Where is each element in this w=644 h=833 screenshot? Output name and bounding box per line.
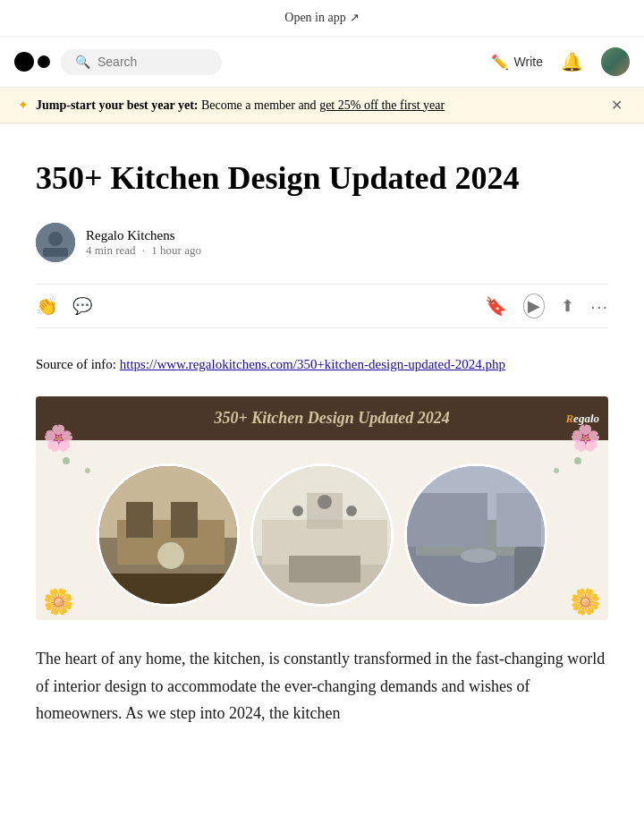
collage-header-title: 350+ Kitchen Design Updated 2024 xyxy=(98,409,565,428)
medium-logo[interactable] xyxy=(14,52,50,72)
author-info: Regalo Kitchens 4 min read · 1 hour ago xyxy=(86,228,205,258)
listen-button[interactable]: ▶ xyxy=(523,293,545,319)
author-avatar[interactable] xyxy=(36,223,75,262)
svg-point-8 xyxy=(157,542,184,569)
collage-header: 350+ Kitchen Design Updated 2024 Regalo xyxy=(36,396,608,440)
flower-icon-top-left: 🌸 xyxy=(43,423,74,453)
notification-button[interactable]: 🔔 xyxy=(561,51,583,72)
source-link[interactable]: https://www.regalokitchens.com/350+kitch… xyxy=(120,357,505,371)
author-meta: 4 min read · 1 hour ago xyxy=(86,243,205,258)
author-row: Regalo Kitchens 4 min read · 1 hour ago xyxy=(36,223,608,262)
close-icon: ✕ xyxy=(611,98,623,113)
share-icon: ⬆ xyxy=(561,296,574,316)
banner-regular-text: Become a member and xyxy=(201,98,317,112)
avatar[interactable] xyxy=(601,47,630,76)
article-image: 350+ Kitchen Design Updated 2024 Regalo xyxy=(36,396,608,620)
svg-rect-21 xyxy=(496,493,541,547)
kitchen-collage: 350+ Kitchen Design Updated 2024 Regalo xyxy=(36,396,608,620)
collage-circles xyxy=(36,450,608,620)
bookmark-icon: 🔖 xyxy=(485,295,507,317)
svg-rect-6 xyxy=(126,502,153,538)
meta-separator: · xyxy=(142,243,145,257)
source-prefix: Source of info: xyxy=(36,357,116,371)
flower-icon-top-right: 🌸 xyxy=(570,423,601,453)
comment-button[interactable]: 💬 xyxy=(72,296,92,316)
svg-rect-23 xyxy=(514,547,541,591)
open-in-app-link[interactable]: Open in app ↗ xyxy=(284,11,359,25)
clap-icon: 👏 xyxy=(36,295,58,317)
action-right: 🔖 ▶ ⬆ ··· xyxy=(485,293,608,319)
svg-point-24 xyxy=(461,548,496,563)
promo-banner: ✦ Jump-start your best year yet: Become … xyxy=(0,88,644,123)
bell-icon: 🔔 xyxy=(561,51,583,72)
navbar: 🔍 ✏️ Write 🔔 xyxy=(0,37,644,88)
kitchen-circle-2 xyxy=(250,463,394,607)
svg-rect-22 xyxy=(407,493,487,547)
read-time: 4 min read xyxy=(86,243,136,257)
svg-rect-17 xyxy=(289,556,360,582)
comment-icon: 💬 xyxy=(72,296,92,316)
open-in-app-label: Open in app xyxy=(284,11,345,25)
svg-point-1 xyxy=(48,232,63,246)
logo-dot-small xyxy=(38,55,50,68)
pencil-icon: ✏️ xyxy=(491,54,509,71)
svg-rect-2 xyxy=(43,248,68,257)
external-link-icon: ↗ xyxy=(350,11,360,25)
svg-point-16 xyxy=(346,506,357,516)
search-icon: 🔍 xyxy=(75,55,90,70)
open-in-app-bar: Open in app ↗ xyxy=(0,0,644,37)
search-input[interactable] xyxy=(97,55,208,69)
svg-rect-7 xyxy=(171,502,198,538)
sparkle-icon: ✦ xyxy=(18,98,29,113)
article-container: 350+ Kitchen Design Updated 2024 Regalo … xyxy=(18,123,626,745)
svg-rect-9 xyxy=(99,574,240,607)
action-bar: 👏 💬 🔖 ▶ ⬆ ··· xyxy=(36,284,608,328)
banner-text: Jump-start your best year yet: Become a … xyxy=(36,98,600,113)
banner-bold-text: Jump-start your best year yet: xyxy=(36,98,198,112)
flower-icon-bottom-right: 🌼 xyxy=(570,587,601,616)
search-bar[interactable]: 🔍 xyxy=(61,49,222,75)
navbar-right: ✏️ Write 🔔 xyxy=(491,47,630,76)
avatar-image xyxy=(601,47,630,76)
kitchen-circle-1 xyxy=(97,463,240,607)
logo-dot-large xyxy=(14,52,34,72)
kitchen-circle-3 xyxy=(404,463,547,607)
article-title: 350+ Kitchen Design Updated 2024 xyxy=(36,159,608,198)
svg-point-14 xyxy=(292,506,303,516)
action-left: 👏 💬 xyxy=(36,295,92,317)
flower-icon-bottom-left: 🌼 xyxy=(43,587,74,616)
more-button[interactable]: ··· xyxy=(590,296,608,317)
svg-point-15 xyxy=(318,495,332,509)
source-link-paragraph: Source of info: https://www.regalokitche… xyxy=(36,353,608,375)
share-button[interactable]: ⬆ xyxy=(561,296,574,316)
save-button[interactable]: 🔖 xyxy=(485,295,507,317)
write-label: Write xyxy=(514,55,543,69)
published-time: 1 hour ago xyxy=(151,243,201,257)
author-name[interactable]: Regalo Kitchens xyxy=(86,228,205,243)
clap-button[interactable]: 👏 xyxy=(36,295,58,317)
write-button[interactable]: ✏️ Write xyxy=(491,54,543,71)
banner-link[interactable]: get 25% off the first year xyxy=(319,98,445,112)
more-icon: ··· xyxy=(590,296,608,317)
article-body-text: The heart of any home, the kitchen, is c… xyxy=(36,645,608,727)
banner-close-button[interactable]: ✕ xyxy=(607,97,626,114)
play-icon: ▶ xyxy=(523,293,545,319)
